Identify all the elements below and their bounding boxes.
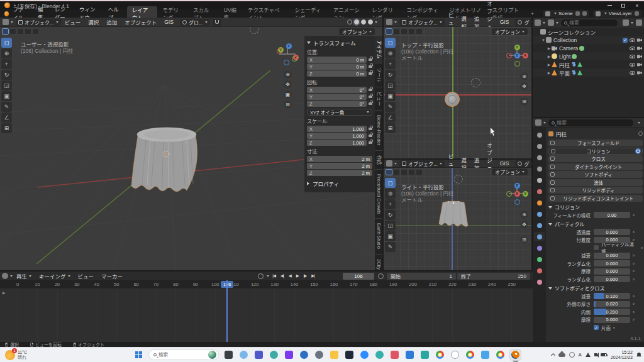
minimize-button[interactable]: [602, 2, 616, 9]
physics-icon[interactable]: [577, 62, 582, 67]
volume-icon[interactable]: [594, 353, 597, 356]
properties-tab-view-layer[interactable]: [534, 164, 545, 173]
editor-type-icon[interactable]: [386, 19, 392, 25]
add-cube-tool[interactable]: ⊞: [385, 123, 396, 133]
viewport-menu-選択[interactable]: 選択: [84, 18, 103, 26]
taskbar-icon-visual-studio[interactable]: [284, 349, 294, 360]
material-shading-icon[interactable]: [361, 19, 366, 25]
properties-tab-constraints[interactable]: [534, 243, 545, 253]
select-mode-icon[interactable]: [401, 169, 408, 175]
value-field[interactable]: 0.020: [594, 301, 630, 307]
value-field[interactable]: 0.000: [594, 260, 630, 266]
pin-icon[interactable]: [575, 11, 580, 16]
start-button[interactable]: [133, 349, 144, 360]
physics-button-ダイナミックペイント[interactable]: ダイナミックペイント: [548, 163, 643, 170]
select-mode-icon[interactable]: [408, 28, 415, 35]
gizmo-axis-y-negative[interactable]: [506, 191, 512, 197]
sync-icon[interactable]: [569, 352, 575, 358]
value-field[interactable]: X2 m: [307, 156, 372, 162]
taskbar-icon-r-app[interactable]: [299, 349, 309, 360]
taskbar-icon-teams[interactable]: [253, 349, 264, 360]
pan-icon[interactable]: ✥: [520, 221, 528, 229]
transform-tool[interactable]: ▣: [385, 231, 396, 241]
tray-expand-icon[interactable]: [551, 353, 555, 358]
timeline-editor-icon[interactable]: [2, 273, 8, 279]
mode-dropdown[interactable]: オブジェク...: [16, 19, 61, 26]
outliner-row[interactable]: ▼Collection: [533, 36, 644, 44]
hide-viewport-icon[interactable]: [630, 47, 635, 50]
physics-button-リジッドボディ[interactable]: リジッドボディ: [548, 187, 643, 194]
cursor-tool[interactable]: ⊕: [385, 48, 396, 58]
value-field[interactable]: Y0°: [307, 94, 367, 100]
caret-closed-icon[interactable]: ▶: [547, 46, 552, 50]
timeline-menu-ビュー[interactable]: ビュー: [74, 272, 98, 280]
gizmo-axis-y-negative[interactable]: [514, 61, 520, 67]
viewport-menu-ビュー[interactable]: ビュー: [61, 18, 85, 26]
weather-widget[interactable]: 1 11°C晴れ: [5, 350, 27, 360]
blender-menu-icon[interactable]: [4, 11, 9, 16]
current-frame-field[interactable]: 106: [343, 273, 374, 280]
play-button[interactable]: ▶: [294, 273, 301, 278]
filter-funnel-icon[interactable]: [623, 19, 629, 26]
scene-selector[interactable]: Scene: [543, 10, 589, 17]
physics-button-リジッドボディコンストレイント[interactable]: リジッドボディコンストレイント: [548, 195, 643, 202]
animate-dot[interactable]: [633, 263, 635, 265]
lock-open-icon[interactable]: [369, 134, 372, 137]
properties-tab-object-data[interactable]: [534, 255, 545, 264]
lock-open-icon[interactable]: [369, 65, 372, 68]
animate-dot[interactable]: [633, 311, 635, 313]
select-box-tool[interactable]: ◻: [1, 38, 12, 48]
animate-dot[interactable]: [633, 214, 635, 216]
taskbar-icon-store[interactable]: [404, 349, 415, 360]
timeline-menu-キーイング[interactable]: キーイング: [35, 272, 74, 280]
properties-tab-texture[interactable]: [534, 277, 545, 287]
properties-tab-tool[interactable]: [534, 130, 545, 140]
transform-tool[interactable]: ▣: [1, 91, 12, 101]
rotate-tool[interactable]: ↻: [1, 70, 12, 80]
hide-viewport-icon[interactable]: [630, 55, 635, 58]
scale-tool[interactable]: ◲: [1, 80, 12, 90]
value-field[interactable]: 0.000: [594, 229, 630, 235]
properties-tab-physics[interactable]: [534, 232, 545, 241]
value-field[interactable]: 0.100: [594, 293, 630, 299]
properties-search-input[interactable]: [557, 120, 630, 126]
value-field[interactable]: 0.000: [594, 268, 630, 275]
grid-icon[interactable]: ⊞: [520, 97, 528, 106]
camera-data-icon[interactable]: [579, 46, 584, 51]
gizmo-axis-x-negative[interactable]: [506, 53, 512, 58]
select-box-tool[interactable]: ◻: [385, 38, 396, 48]
cursor-tool[interactable]: ⊕: [1, 48, 12, 58]
onedrive-icon[interactable]: [558, 353, 565, 357]
select-mode-icon[interactable]: [386, 28, 392, 35]
timeline-menu-再生[interactable]: 再生: [13, 272, 35, 280]
zoom-icon[interactable]: ⊕: [520, 72, 528, 80]
value-field[interactable]: Y1.000: [307, 133, 367, 139]
outliner-row[interactable]: ▶Light: [533, 52, 644, 60]
taskbar-search[interactable]: [148, 349, 219, 360]
physics-button-流体[interactable]: 流体: [548, 179, 643, 186]
cursor-tool[interactable]: ⊕: [385, 189, 396, 199]
frame-start-field[interactable]: 開始1: [387, 273, 456, 280]
gizmo-axis-z-negative[interactable]: [514, 199, 520, 205]
measure-tool[interactable]: ∠: [1, 112, 12, 123]
animate-dot[interactable]: [633, 270, 635, 272]
properties-tab-particles[interactable]: [534, 221, 545, 230]
value-field[interactable]: 0.000: [594, 253, 630, 259]
collision-panel-header[interactable]: コリジョン: [548, 203, 643, 212]
editor-type-icon[interactable]: [3, 19, 9, 25]
taskbar-icon-file-explorer[interactable]: [329, 349, 340, 360]
light-data-icon[interactable]: [572, 54, 577, 59]
properties-tab-modifiers[interactable]: [534, 209, 545, 219]
taskbar-icon-snipping-tool[interactable]: [389, 349, 400, 360]
value-field[interactable]: Z2 m: [307, 170, 372, 176]
animate-dot[interactable]: [633, 231, 635, 233]
taskbar-search-input[interactable]: [158, 352, 203, 358]
use-preview-range-icon[interactable]: [378, 273, 384, 279]
physics-button-クロス[interactable]: クロス: [548, 155, 643, 162]
caret-open-icon[interactable]: ▼: [541, 38, 546, 42]
editor-type-icon[interactable]: [386, 160, 392, 167]
mode-dropdown[interactable]: オブジェク...: [399, 160, 445, 167]
channel-expand-icon[interactable]: ▶: [3, 290, 6, 295]
select-mode-icon[interactable]: [32, 28, 39, 35]
snap-toggle[interactable]: [213, 19, 221, 26]
